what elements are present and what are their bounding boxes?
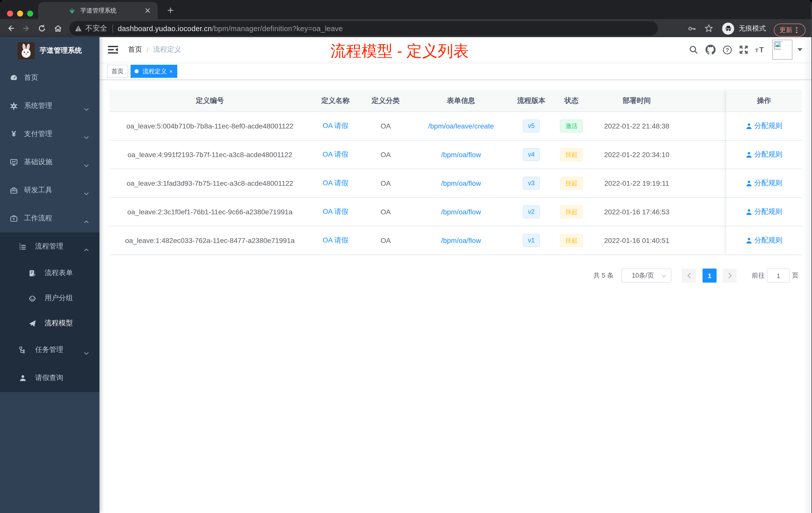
form-link[interactable]: /bpm/oa/flow bbox=[441, 151, 481, 159]
url-domain[interactable]: dashboard.yudao.iocoder.cn bbox=[118, 24, 212, 32]
form-link[interactable]: /bpm/oa/leave/create bbox=[428, 122, 494, 130]
sidebar-item-home[interactable]: 首页 bbox=[0, 64, 99, 92]
current-page-button[interactable]: 1 bbox=[702, 269, 717, 282]
next-page-button[interactable] bbox=[723, 269, 737, 282]
page-number-input[interactable]: 1 bbox=[767, 269, 790, 282]
page-size-select[interactable]: 10条/页 bbox=[621, 269, 671, 282]
security-warning-icon[interactable] bbox=[75, 25, 82, 32]
help-icon[interactable]: ? bbox=[723, 45, 732, 55]
svg-text:T: T bbox=[755, 48, 758, 53]
form-link[interactable]: /bpm/oa/flow bbox=[441, 236, 481, 244]
assign-rule-link[interactable]: 分配规则 bbox=[746, 207, 782, 216]
status-badge: 挂起 bbox=[560, 177, 583, 190]
definition-name-link[interactable]: OA 请假 bbox=[323, 207, 348, 216]
cell-time: 2022-01-22 19:19:11 bbox=[591, 169, 682, 197]
sidebar-logo[interactable]: 芋道管理系统 bbox=[0, 37, 99, 64]
cell-name: OA 请假 bbox=[310, 112, 360, 140]
security-label[interactable]: 不安全 bbox=[85, 24, 107, 33]
assign-rule-label: 分配规则 bbox=[754, 121, 782, 130]
window-controls[interactable] bbox=[7, 10, 33, 17]
close-window-button[interactable] bbox=[7, 10, 13, 17]
assign-rule-link[interactable]: 分配规则 bbox=[746, 121, 782, 130]
annotation-title: 流程模型 - 定义列表 bbox=[330, 43, 469, 59]
browser-tabbar: 芋道管理系统 bbox=[0, 0, 812, 19]
browser-tab[interactable]: 芋道管理系统 bbox=[38, 2, 158, 19]
back-icon[interactable] bbox=[6, 24, 15, 33]
sidebar-item-process-model[interactable]: 流程模型 bbox=[0, 311, 99, 336]
sidebar-item-payment[interactable]: ¥ 支付管理 bbox=[0, 120, 99, 148]
fullscreen-icon[interactable] bbox=[739, 45, 748, 54]
definition-name-link[interactable]: OA 请假 bbox=[323, 236, 348, 245]
avatar[interactable] bbox=[772, 40, 792, 60]
cell-status: 激活 bbox=[551, 112, 591, 140]
cell-time: 2022-01-22 21:48:38 bbox=[591, 112, 682, 140]
definition-name-link[interactable]: OA 请假 bbox=[323, 179, 348, 188]
cell-name: OA 请假 bbox=[310, 198, 360, 226]
cell-form: /bpm/oa/flow bbox=[411, 141, 511, 169]
forward-icon[interactable] bbox=[22, 24, 31, 33]
col-header-id: 定义编号 bbox=[110, 90, 310, 112]
sidebar-item-user-group[interactable]: 用户分组 bbox=[0, 285, 99, 311]
yen-icon: ¥ bbox=[10, 129, 18, 139]
home-icon[interactable] bbox=[54, 24, 62, 33]
table-row: oa_leave:4:991f2193-7b7f-11ec-a3c8-acde4… bbox=[110, 141, 802, 169]
incognito-icon bbox=[722, 22, 734, 34]
sidebar-item-system[interactable]: 系统管理 bbox=[0, 92, 99, 120]
url-path[interactable]: /bpm/manager/definition?key=oa_leave bbox=[212, 24, 343, 32]
version-badge: v1 bbox=[523, 234, 540, 247]
gear-icon bbox=[10, 102, 18, 110]
sidebar-item-label: 研发工具 bbox=[24, 186, 52, 195]
prev-page-button[interactable] bbox=[682, 269, 696, 282]
maximize-window-button[interactable] bbox=[27, 10, 33, 17]
assign-rule-label: 分配规则 bbox=[754, 150, 782, 159]
github-icon[interactable] bbox=[705, 45, 716, 55]
sidebar-item-infrastructure[interactable]: 基础设施 bbox=[0, 148, 99, 176]
form-link[interactable]: /bpm/oa/flow bbox=[441, 208, 481, 216]
tag-close-icon[interactable]: × bbox=[169, 68, 173, 74]
update-button[interactable]: 更新 bbox=[774, 24, 806, 37]
assign-rule-link[interactable]: 分配规则 bbox=[746, 236, 782, 245]
version-badge: v5 bbox=[523, 119, 540, 132]
sidebar-item-task-manage[interactable]: 任务管理 bbox=[0, 336, 99, 364]
definition-name-link[interactable]: OA 请假 bbox=[323, 150, 348, 159]
sidebar-item-devtools[interactable]: 研发工具 bbox=[0, 176, 99, 204]
search-icon[interactable] bbox=[689, 45, 698, 55]
definition-name-link[interactable]: OA 请假 bbox=[323, 121, 348, 130]
sidebar-item-workflow[interactable]: 工作流程 bbox=[0, 204, 99, 233]
password-key-icon[interactable] bbox=[688, 24, 696, 33]
cell-form: /bpm/oa/flow bbox=[411, 227, 511, 254]
cell-id: oa_leave:3:1fad3d93-7b75-11ec-a3c8-acde4… bbox=[110, 169, 310, 197]
hamburger-icon[interactable] bbox=[108, 45, 118, 57]
bookmark-star-icon[interactable] bbox=[704, 24, 713, 33]
avatar-caret-icon[interactable] bbox=[798, 48, 803, 51]
form-link[interactable]: /bpm/oa/flow bbox=[441, 179, 481, 187]
cell-category: OA bbox=[360, 112, 411, 140]
page-content: 定义编号 定义名称 定义分类 表单信息 流程版本 状态 部署时间 oa_leav… bbox=[110, 90, 802, 282]
browser-menu-icon[interactable] bbox=[796, 27, 797, 33]
app-root: 芋道管理系统 首页 系统管理 ¥ 支付管理 bbox=[0, 37, 812, 513]
assign-rule-link[interactable]: 分配规则 bbox=[746, 179, 782, 188]
sidebar-item-process-form[interactable]: 流程表单 bbox=[0, 261, 99, 285]
sidebar-item-leave-query[interactable]: 请假查询 bbox=[0, 364, 99, 392]
new-tab-button[interactable] bbox=[164, 4, 176, 16]
reload-icon[interactable] bbox=[38, 24, 46, 33]
cell-category: OA bbox=[360, 198, 411, 226]
svg-text:T: T bbox=[759, 46, 764, 54]
sidebar-item-label: 支付管理 bbox=[24, 129, 52, 139]
tag-active[interactable]: 流程定义 × bbox=[130, 65, 177, 78]
assign-rule-link[interactable]: 分配规则 bbox=[746, 150, 782, 159]
tab-close-icon[interactable] bbox=[144, 6, 152, 14]
assign-rule-label: 分配规则 bbox=[754, 236, 782, 245]
minimize-window-button[interactable] bbox=[17, 10, 23, 17]
cell-category: OA bbox=[360, 141, 411, 169]
font-size-icon[interactable]: TT bbox=[755, 46, 766, 54]
col-header-action: 操作 bbox=[726, 90, 802, 112]
address-bar[interactable]: 不安全 dashboard.yudao.iocoder.cn/bpm/manag… bbox=[69, 21, 658, 36]
cell-status: 挂起 bbox=[551, 227, 591, 254]
cell-name: OA 请假 bbox=[310, 227, 360, 254]
breadcrumb: 首页 / 流程定义 bbox=[128, 37, 181, 62]
org-tree-icon bbox=[19, 346, 27, 354]
sidebar-item-process-manage[interactable]: 流程管理 bbox=[0, 233, 99, 261]
tag-home[interactable]: 首页 bbox=[107, 65, 128, 78]
breadcrumb-home[interactable]: 首页 bbox=[128, 45, 142, 54]
